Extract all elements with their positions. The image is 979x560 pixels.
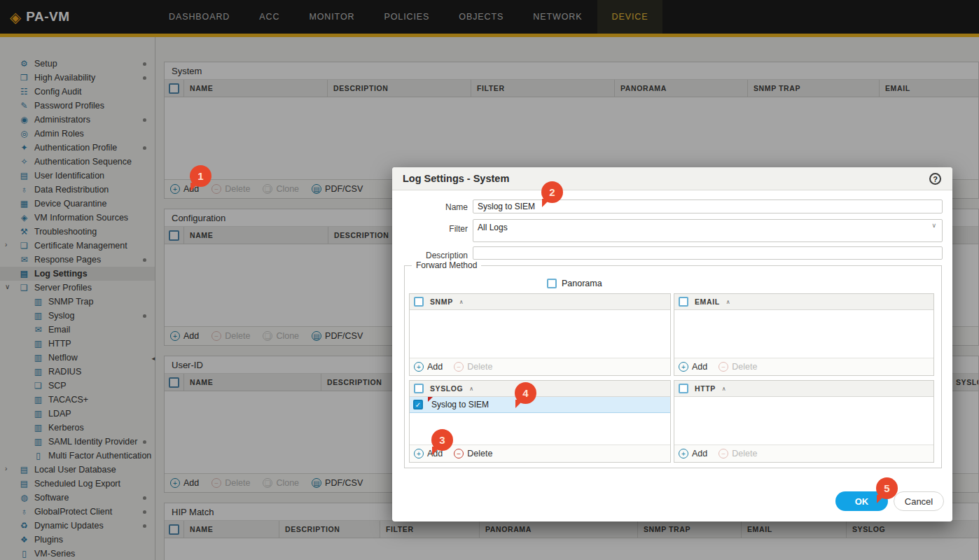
http-panel: HTTP ∧ +Add −Delete — [674, 380, 934, 463]
dialog-title: Log Settings - System — [392, 167, 952, 190]
email-panel-actions: +Add −Delete — [674, 358, 933, 375]
delete-button[interactable]: −Delete — [718, 449, 757, 458]
forward-method-legend: Forward Method — [412, 260, 481, 270]
step-badge-1: 1 — [190, 165, 211, 187]
syslog-profile-row[interactable]: ✓ Syslog to SIEM — [410, 397, 670, 413]
minus-circle-icon: − — [454, 362, 464, 372]
delete-button[interactable]: −Delete — [454, 362, 492, 372]
email-panel: EMAIL ∧ +Add −Delete — [674, 293, 934, 376]
email-panel-header: EMAIL ∧ — [674, 294, 933, 310]
select-all-checkbox[interactable] — [414, 297, 424, 307]
chevron-down-icon: ∨ — [931, 222, 936, 229]
plus-circle-icon: + — [414, 362, 424, 372]
select-all-checkbox[interactable] — [679, 297, 688, 307]
sort-asc-icon[interactable]: ∧ — [469, 386, 473, 392]
plus-circle-icon: + — [679, 362, 688, 372]
forward-method-fieldset: Forward Method Panorama SNMP ∧ +Add −Del… — [404, 265, 942, 468]
filter-select[interactable]: All Logs ∨ — [473, 219, 943, 242]
minus-circle-icon: − — [718, 362, 728, 372]
select-all-checkbox[interactable] — [414, 384, 424, 393]
description-label: Description — [398, 251, 468, 260]
modified-flag-icon — [428, 397, 433, 402]
help-icon[interactable]: ? — [929, 173, 941, 185]
http-panel-body — [674, 397, 933, 444]
add-button[interactable]: +Add — [679, 362, 707, 372]
snmp-panel-actions: +Add −Delete — [410, 358, 670, 375]
minus-circle-icon: − — [454, 449, 464, 458]
snmp-panel-header: SNMP ∧ — [410, 294, 670, 310]
cancel-button[interactable]: Cancel — [894, 491, 944, 511]
delete-button[interactable]: −Delete — [454, 449, 492, 458]
description-input[interactable] — [473, 246, 943, 260]
syslog-panel: SYSLOG ∧ ✓ Syslog to SIEM +Add −Delete — [409, 380, 671, 463]
step-badge-3: 3 — [431, 429, 453, 451]
step-badge-4: 4 — [515, 382, 536, 404]
plus-circle-icon: + — [414, 449, 424, 458]
step-badge-2: 2 — [541, 181, 563, 203]
select-all-checkbox[interactable] — [679, 384, 688, 393]
sort-asc-icon[interactable]: ∧ — [722, 386, 726, 392]
pa-vm-device-page: ◈ PA-VM DASHBOARD ACC MONITOR POLICIES O… — [0, 0, 979, 560]
panorama-option[interactable]: Panorama — [547, 279, 602, 288]
panorama-label: Panorama — [562, 279, 602, 288]
add-button[interactable]: +Add — [414, 362, 443, 372]
http-panel-actions: +Add −Delete — [674, 444, 933, 462]
filter-label: Filter — [398, 224, 468, 234]
syslog-panel-header: SYSLOG ∧ — [410, 381, 670, 397]
filter-value: All Logs — [478, 223, 508, 232]
name-label: Name — [398, 202, 468, 212]
log-settings-system-dialog: Log Settings - System ? Name Filter All … — [392, 167, 952, 522]
snmp-panel-body — [410, 310, 670, 358]
step-badge-5: 5 — [876, 477, 898, 499]
minus-circle-icon: − — [718, 449, 728, 458]
snmp-panel: SNMP ∧ +Add −Delete — [409, 293, 671, 376]
http-panel-header: HTTP ∧ — [674, 381, 933, 397]
delete-button[interactable]: −Delete — [718, 362, 757, 372]
sort-asc-icon[interactable]: ∧ — [726, 299, 730, 305]
email-panel-body — [674, 310, 933, 358]
panorama-checkbox[interactable] — [547, 279, 557, 288]
row-checkbox-checked[interactable]: ✓ — [413, 400, 423, 410]
plus-circle-icon: + — [679, 449, 688, 458]
sort-asc-icon[interactable]: ∧ — [459, 299, 464, 305]
syslog-profile-name: Syslog to SIEM — [431, 400, 489, 410]
add-button[interactable]: +Add — [679, 449, 707, 458]
